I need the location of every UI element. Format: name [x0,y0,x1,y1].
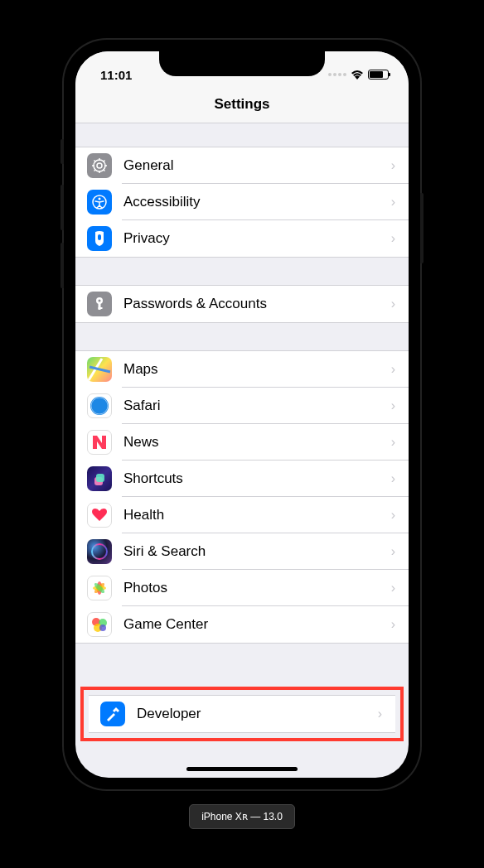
row-siri[interactable]: Siri & Search › [75,533,409,570]
highlight-annotation: Developer › [80,687,404,741]
row-label: Accessibility [123,194,391,210]
row-general[interactable]: General › [75,147,409,184]
status-time: 11:01 [100,68,132,82]
row-label: News [123,434,391,451]
section-accounts: Passwords & Accounts › [75,285,409,323]
chevron-right-icon: › [391,195,395,210]
svg-rect-20 [96,474,104,482]
volume-down-button [60,243,64,288]
screen: 11:01 Settings [75,51,409,778]
row-accessibility[interactable]: Accessibility › [75,184,409,220]
svg-point-21 [92,544,107,559]
svg-point-29 [99,624,106,631]
svg-line-8 [94,169,96,171]
row-maps[interactable]: Maps › [75,351,409,388]
row-privacy[interactable]: Privacy › [75,220,409,257]
row-label: Shortcuts [123,470,391,487]
row-gamecenter[interactable]: Game Center › [75,606,409,643]
device-label: iPhone Xʀ — 13.0 [189,804,295,829]
home-indicator[interactable] [186,767,298,771]
row-label: Health [123,507,391,523]
chevron-right-icon: › [391,617,395,632]
svg-rect-12 [98,234,101,240]
photos-icon [87,576,112,600]
row-label: Game Center [123,616,391,633]
volume-up-button [60,185,64,230]
section-developer: Developer › [89,695,395,733]
hammer-icon [100,702,125,726]
chevron-right-icon: › [378,706,382,721]
news-icon [87,430,112,455]
chevron-right-icon: › [391,297,395,311]
settings-list[interactable]: General › Accessibility › Privacy › [75,147,409,741]
chevron-right-icon: › [391,435,395,450]
section-apps: Maps › Safari › News › [75,350,409,644]
chevron-right-icon: › [391,581,395,596]
svg-point-11 [99,197,101,200]
row-shortcuts[interactable]: Shortcuts › [75,461,409,497]
cellular-signal-icon [328,73,346,76]
chevron-right-icon: › [391,508,395,523]
chevron-right-icon: › [391,158,395,173]
shortcuts-icon [87,466,112,491]
svg-line-7 [104,169,105,171]
key-icon [87,292,112,316]
wifi-icon [351,70,364,80]
page-title: Settings [75,96,409,113]
svg-line-9 [104,160,105,162]
row-label: Photos [123,580,391,596]
row-label: Passwords & Accounts [123,296,391,312]
section-system: General › Accessibility › Privacy › [75,147,409,258]
row-developer[interactable]: Developer › [89,696,395,732]
row-label: Safari [123,398,391,414]
general-icon [87,153,112,178]
row-label: Siri & Search [123,543,391,560]
accessibility-icon [87,190,112,215]
row-news[interactable]: News › [75,424,409,461]
battery-icon [368,70,389,80]
chevron-right-icon: › [391,544,395,559]
chevron-right-icon: › [391,231,395,246]
safari-icon [87,393,112,418]
row-label: Maps [123,361,391,378]
svg-point-14 [99,299,101,301]
health-icon [87,503,112,528]
row-label: Developer [137,706,378,722]
row-photos[interactable]: Photos › [75,570,409,606]
maps-icon [87,357,112,382]
svg-line-6 [94,160,96,162]
chevron-right-icon: › [391,362,395,377]
row-label: Privacy [123,230,391,247]
phone-frame: 11:01 Settings [64,40,420,789]
row-safari[interactable]: Safari › [75,388,409,424]
privacy-icon [87,226,112,251]
notch [159,51,325,76]
chevron-right-icon: › [391,471,395,486]
row-health[interactable]: Health › [75,497,409,533]
status-icons [328,70,389,80]
row-passwords[interactable]: Passwords & Accounts › [75,286,409,322]
svg-point-1 [97,163,102,168]
silence-switch [60,139,64,164]
nav-header: Settings [75,88,409,123]
row-label: General [123,157,391,174]
svg-rect-16 [99,307,103,309]
power-button [420,193,424,263]
chevron-right-icon: › [391,398,395,413]
siri-icon [87,539,112,564]
gamecenter-icon [87,612,112,637]
